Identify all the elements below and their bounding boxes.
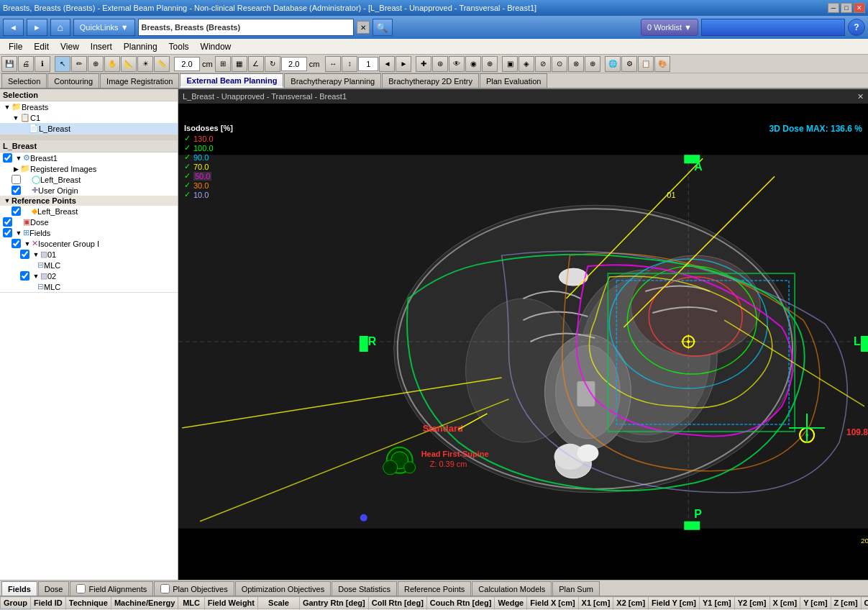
iso-tool[interactable]: ◉ [465,56,481,72]
field02-checkbox[interactable] [20,271,29,281]
view-tool4[interactable]: 🎨 [654,56,670,72]
conf-tool1[interactable]: ▣ [502,56,518,72]
field01-checkbox[interactable] [20,250,29,259]
eye-tool[interactable]: 👁 [449,56,465,72]
tree-item-left-breast[interactable]: ◯ Left_Breast [0,174,178,185]
angle-tool[interactable]: ∠ [248,56,264,72]
search-clear-button[interactable]: ✕ [357,21,370,34]
fields-checkbox[interactable] [3,228,12,237]
tree-item-field01[interactable]: ▼ ▨ 01 [0,249,178,260]
expand-c1[interactable]: ▼ [12,114,20,122]
field-tool[interactable]: ▦ [232,56,247,72]
view-tool2[interactable]: ⚙ [621,56,637,72]
conf-tool3[interactable]: ⊘ [535,56,551,72]
expand-field02[interactable]: ▼ [32,273,40,280]
tree-item-mlc01[interactable]: ⊟ MLC [0,260,178,270]
spacing-input2[interactable] [281,57,307,71]
bottom-tab-plan-obj[interactable]: Plan Objectives [154,581,234,596]
breast1-checkbox[interactable] [3,153,12,163]
quicklinks-button[interactable]: QuickLinks ▼ [73,19,135,36]
bottom-tab-calc-models[interactable]: Calculation Models [472,581,552,596]
user-origin-checkbox[interactable] [12,186,21,195]
conf-tool2[interactable]: ◈ [518,56,534,72]
zoom-tool[interactable]: ⊕ [88,56,104,72]
expand-breast1[interactable]: ▼ [14,155,23,162]
close-button[interactable]: ✕ [854,3,865,13]
grid-tool[interactable]: ⊞ [215,56,231,72]
save-tool[interactable]: 💾 [1,56,17,72]
tree-item-dose[interactable]: ▣ Dose [0,217,178,227]
iso-group-checkbox[interactable] [12,239,21,248]
field-align-checkbox[interactable] [76,584,86,593]
bottom-tab-dose-stat[interactable]: Dose Statistics [332,581,397,596]
tree-item-lbreast-upper[interactable]: 📄 L_Breast [0,123,178,134]
tree-item-fields[interactable]: ▼ ⊞ Fields [0,227,178,238]
help-button[interactable]: ? [848,19,865,36]
plan-obj-checkbox[interactable] [160,584,170,593]
info-tool[interactable]: ℹ [35,56,50,72]
bottom-tab-ref-pts[interactable]: Reference Points [398,581,471,596]
tree-item-breast1[interactable]: ▼ ⚙ Breast1 [0,152,178,163]
worklist-button[interactable]: 0 Worklist ▼ [641,19,698,36]
tab-contouring[interactable]: Contouring [47,73,99,88]
ref-lb-checkbox[interactable] [12,206,21,216]
back-button[interactable]: ◄ [3,19,24,36]
viewer-close[interactable]: ✕ [857,92,864,101]
expand-field01[interactable]: ▼ [32,251,40,258]
flip-v-tool[interactable]: ↕ [342,56,357,72]
draw-tool[interactable]: ✏ [71,56,87,72]
tree-item-breasts[interactable]: ▼ 📁 Breasts [0,101,178,112]
tree-item-field02[interactable]: ▼ ▨ 02 [0,270,178,281]
beam-tool[interactable]: ⊛ [432,56,448,72]
home-button[interactable]: ⌂ [50,19,70,36]
conf-tool4[interactable]: ⊙ [552,56,567,72]
bottom-tab-opt-obj[interactable]: Optimization Objectives [235,581,332,596]
menu-file[interactable]: File [3,40,28,53]
pan-tool[interactable]: ✋ [104,56,120,72]
menu-view[interactable]: View [55,40,85,53]
bottom-tab-dose[interactable]: Dose [38,581,70,596]
left-breast-checkbox[interactable] [12,175,21,184]
tab-brachy[interactable]: Brachytherapy Planning [284,73,381,88]
level-input[interactable] [358,57,378,71]
view-tool3[interactable]: 📋 [638,56,654,72]
tree-item-reg-images[interactable]: ▶ 📁 Registered Images [0,163,178,174]
expand-breasts[interactable]: ▼ [3,104,12,111]
maximize-button[interactable]: □ [841,3,852,13]
tab-brachy2d[interactable]: Brachytherapy 2D Entry [382,73,479,88]
search-button[interactable]: 🔍 [373,19,393,36]
tree-item-mlc02[interactable]: ⊟ MLC [0,281,178,292]
dose-checkbox[interactable] [3,217,12,227]
bottom-tab-plan-sum[interactable]: Plan Sum [552,581,600,596]
menu-insert[interactable]: Insert [85,40,118,53]
expand-fields[interactable]: ▼ [14,229,23,237]
tab-plan-eval[interactable]: Plan Evaluation [480,73,547,88]
minimize-button[interactable]: ─ [828,3,839,13]
user-button[interactable] [701,19,845,36]
bottom-tab-fields[interactable]: Fields [1,581,37,596]
viewer-content[interactable]: A R L P Standard [178,104,868,580]
conf-tool6[interactable]: ⊕ [585,56,600,72]
spacing-input[interactable] [174,57,200,71]
tab-selection[interactable]: Selection [1,73,47,88]
ref-tool[interactable]: ⊕ [482,56,498,72]
tree-item-iso-group[interactable]: ▼ ✕ Isocenter Group I [0,238,178,249]
bottom-tab-field-align[interactable]: Field Alignments [70,581,153,596]
rotate-tool[interactable]: ↻ [265,56,280,72]
select-tool[interactable]: ↖ [55,56,70,72]
prev-slice[interactable]: ◄ [379,56,395,72]
tab-image-registration[interactable]: Image Registration [100,73,179,88]
conf-tool5[interactable]: ⊗ [568,56,584,72]
menu-tools[interactable]: Tools [163,40,195,53]
expand-reg-images[interactable]: ▶ [12,165,20,173]
tree-item-ref-lb[interactable]: ◆ Left_Breast [0,206,178,217]
measure-tool[interactable]: 📐 [121,56,137,72]
window-level-tool[interactable]: ☀ [137,56,153,72]
view-tool1[interactable]: 🌐 [605,56,621,72]
expand-iso-group[interactable]: ▼ [23,240,32,247]
menu-window[interactable]: Window [195,40,237,53]
tree-item-user-origin[interactable]: ✚ User Origin [0,185,178,196]
flip-h-tool[interactable]: ↔ [325,56,341,72]
cross-tool[interactable]: ✚ [416,56,431,72]
tree-item-c1[interactable]: ▼ 📋 C1 [0,112,178,123]
